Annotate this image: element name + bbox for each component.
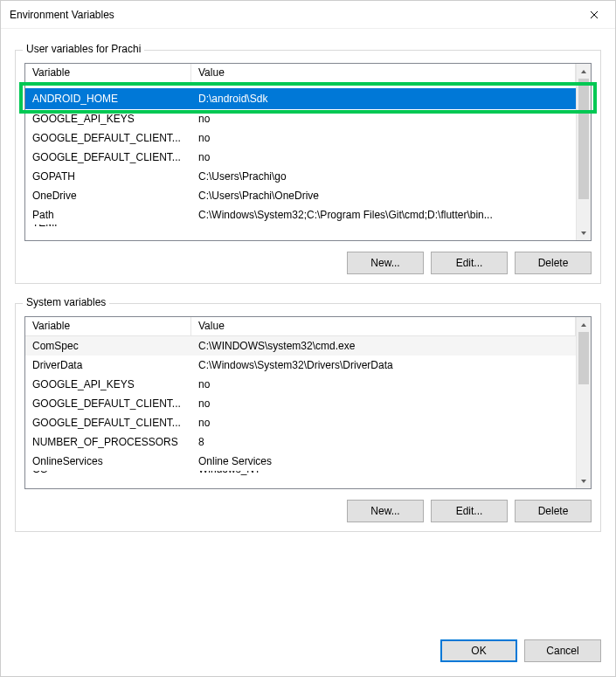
- titlebar: Environment Variables: [1, 1, 615, 29]
- scroll-up-icon[interactable]: [577, 64, 591, 79]
- scroll-down-icon[interactable]: [577, 473, 591, 488]
- scroll-thumb[interactable]: [578, 332, 589, 384]
- scroll-down-icon[interactable]: [577, 225, 591, 240]
- cell-variable: OS: [25, 471, 191, 478]
- cell-value: no: [191, 378, 576, 390]
- system-group-legend: System variables: [23, 296, 109, 308]
- cell-value: C:\Users\Prachi\go: [191, 170, 576, 183]
- column-value[interactable]: Value: [191, 64, 576, 82]
- scroll-up-icon[interactable]: [577, 317, 591, 332]
- ok-button[interactable]: OK: [440, 639, 517, 662]
- cell-value: no: [191, 417, 576, 429]
- cell-variable: TEMP: [25, 225, 191, 231]
- cell-variable: GOPATH: [25, 170, 191, 183]
- cell-value: Online Services: [191, 455, 576, 467]
- new-button[interactable]: New...: [347, 500, 424, 522]
- table-row[interactable]: TEMP: [25, 225, 576, 231]
- user-group-legend: User variables for Prachi: [23, 43, 144, 55]
- environment-variables-dialog: Environment Variables User variables for…: [0, 0, 616, 677]
- cell-value: no: [191, 151, 576, 163]
- scroll-thumb[interactable]: [578, 79, 589, 199]
- cell-value: no: [191, 397, 576, 410]
- cell-variable: DriverData: [25, 359, 191, 371]
- user-variables-group: User variables for Prachi Variable Value…: [15, 50, 601, 284]
- cell-variable: ComSpec: [25, 340, 191, 352]
- new-button[interactable]: New...: [347, 252, 424, 274]
- cell-value: C:\WINDOWS\system32\cmd.exe: [191, 340, 576, 352]
- cell-variable: OnlineServices: [25, 455, 191, 467]
- edit-button[interactable]: Edit...: [431, 500, 508, 522]
- cell-value: Windows_NT: [191, 471, 576, 478]
- table-row[interactable]: PathC:\Windows\System32;C:\Program Files…: [25, 205, 576, 225]
- cell-variable: Path: [25, 209, 191, 221]
- list-header: Variable Value: [25, 317, 576, 336]
- cell-value: no: [191, 132, 576, 144]
- table-row[interactable]: NUMBER_OF_PROCESSORS8: [25, 432, 576, 452]
- table-row[interactable]: OnlineServicesOnline Services: [25, 452, 576, 471]
- column-variable[interactable]: Variable: [25, 317, 191, 335]
- table-row[interactable]: GOOGLE_DEFAULT_CLIENT...no: [25, 394, 576, 413]
- table-row[interactable]: OSWindows_NT: [25, 471, 576, 478]
- table-row[interactable]: GOOGLE_API_KEYSno: [25, 375, 576, 394]
- dialog-content: User variables for Prachi Variable Value…: [1, 29, 615, 624]
- dialog-button-row: OK Cancel: [1, 624, 615, 676]
- cell-value: 8: [191, 436, 576, 448]
- table-row[interactable]: GOOGLE_DEFAULT_CLIENT...no: [25, 148, 576, 167]
- table-row[interactable]: GOOGLE_DEFAULT_CLIENT...no: [25, 413, 576, 432]
- cell-variable: GOOGLE_DEFAULT_CLIENT...: [25, 417, 191, 429]
- cell-variable: NUMBER_OF_PROCESSORS: [25, 436, 191, 448]
- cell-variable: OneDrive: [25, 190, 191, 202]
- scrollbar[interactable]: [576, 317, 591, 488]
- cell-value: C:\Users\Prachi\OneDrive: [191, 190, 576, 202]
- list-header: Variable Value: [25, 64, 576, 83]
- cell-value: no: [191, 113, 576, 125]
- system-button-row: New... Edit... Delete: [24, 500, 592, 522]
- table-row[interactable]: OneDriveC:\Users\Prachi\OneDrive: [25, 186, 576, 205]
- delete-button[interactable]: Delete: [515, 252, 592, 274]
- cell-variable: GOOGLE_API_KEYS: [25, 378, 191, 390]
- window-title: Environment Variables: [10, 9, 577, 21]
- table-row[interactable]: ANDROID_HOMED:\android\Sdk: [25, 88, 576, 109]
- cell-variable: GOOGLE_DEFAULT_CLIENT...: [25, 132, 191, 144]
- table-row[interactable]: DriverDataC:\Windows\System32\Drivers\Dr…: [25, 356, 576, 375]
- table-row[interactable]: ComSpecC:\WINDOWS\system32\cmd.exe: [25, 336, 576, 356]
- system-variables-group: System variables Variable Value ComSpecC…: [15, 303, 601, 532]
- cancel-button[interactable]: Cancel: [524, 639, 601, 662]
- table-row[interactable]: GOPATHC:\Users\Prachi\go: [25, 167, 576, 186]
- close-button[interactable]: [577, 3, 612, 27]
- table-row[interactable]: GOOGLE_DEFAULT_CLIENT...no: [25, 128, 576, 148]
- cell-value: C:\Windows\System32;C:\Program Files\Git…: [191, 209, 576, 221]
- cell-variable: GOOGLE_DEFAULT_CLIENT...: [25, 151, 191, 163]
- user-listview-wrap: Variable Value ANDROID_HOMED:\android\Sd…: [24, 63, 592, 241]
- column-variable[interactable]: Variable: [25, 64, 191, 82]
- cell-variable: GOOGLE_DEFAULT_CLIENT...: [25, 397, 191, 410]
- table-row[interactable]: GOOGLE_API_KEYSno: [25, 109, 576, 128]
- cell-value: C:\Windows\System32\Drivers\DriverData: [191, 359, 576, 371]
- cell-value: D:\android\Sdk: [191, 93, 576, 105]
- user-button-row: New... Edit... Delete: [24, 252, 592, 274]
- scrollbar[interactable]: [576, 64, 591, 240]
- edit-button[interactable]: Edit...: [431, 252, 508, 274]
- cell-variable: GOOGLE_API_KEYS: [25, 113, 191, 125]
- column-value[interactable]: Value: [191, 317, 576, 335]
- delete-button[interactable]: Delete: [515, 500, 592, 522]
- cell-variable: ANDROID_HOME: [25, 93, 191, 105]
- close-icon: [590, 10, 599, 19]
- system-variables-list[interactable]: Variable Value ComSpecC:\WINDOWS\system3…: [24, 316, 592, 489]
- user-variables-list[interactable]: Variable Value ANDROID_HOMED:\android\Sd…: [24, 63, 592, 241]
